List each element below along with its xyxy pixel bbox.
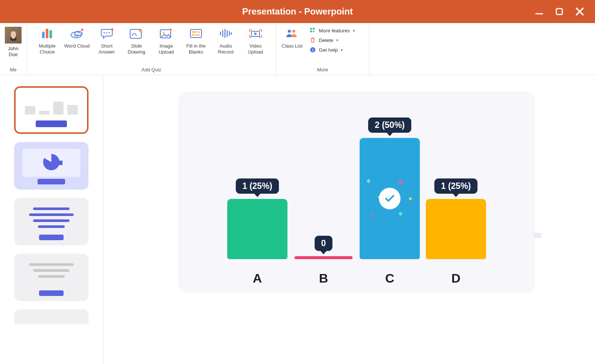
confetti-icon xyxy=(398,212,402,216)
close-icon xyxy=(575,7,585,16)
svg-rect-34 xyxy=(313,28,315,30)
slide-thumbnail-3[interactable] xyxy=(14,198,89,245)
close-button[interactable] xyxy=(575,7,585,16)
svg-rect-1 xyxy=(556,9,562,15)
window-controls xyxy=(535,0,595,23)
correct-answer-badge xyxy=(379,188,401,209)
bar-value-label-b: 0 xyxy=(315,236,333,251)
maximize-icon xyxy=(555,7,564,16)
video-upload-icon xyxy=(248,27,263,40)
ribbon: John Doe Me Multiple Choice Word Cloud xyxy=(0,23,595,75)
slide-thumbnail-1[interactable] xyxy=(14,86,89,134)
ribbon-label-more: More xyxy=(276,67,369,73)
video-upload-button[interactable]: Video Upload xyxy=(241,27,270,55)
minimize-icon xyxy=(535,7,544,16)
bar-a xyxy=(227,199,287,259)
confetti-icon: ✻ xyxy=(398,179,403,184)
maximize-button[interactable] xyxy=(555,7,564,16)
titlebar: Presentation - Powerpoint xyxy=(0,0,595,23)
window-title: Presentation - Powerpoint xyxy=(242,6,353,17)
image-upload-button[interactable]: Image Upload xyxy=(152,27,181,55)
bar-category-b: B xyxy=(319,271,328,286)
svg-text:i: i xyxy=(312,48,313,52)
bar-column-b: 0 B xyxy=(293,236,354,286)
workspace: 1 (25%) A 0 B 2 (50%) xyxy=(0,75,595,364)
results-bar-chart: 1 (25%) A 0 B 2 (50%) xyxy=(199,103,514,286)
slide-canvas[interactable]: 1 (25%) A 0 B 2 (50%) xyxy=(178,91,535,293)
scroll-handle[interactable] xyxy=(533,233,541,238)
bar-value-label-a: 1 (25%) xyxy=(236,178,279,194)
bar-category-a: A xyxy=(253,271,262,286)
svg-rect-22 xyxy=(192,34,195,36)
chevron-down-icon: ▾ xyxy=(341,48,343,52)
chevron-down-icon: ▾ xyxy=(336,38,338,43)
slide-thumbnail-5[interactable] xyxy=(14,309,89,324)
svg-rect-19 xyxy=(190,29,202,38)
image-upload-icon xyxy=(158,27,174,40)
more-features-button[interactable]: More features ▾ xyxy=(310,28,355,33)
svg-rect-35 xyxy=(310,30,312,32)
user-name: John Doe xyxy=(3,46,23,57)
word-cloud-button[interactable]: Word Cloud xyxy=(62,27,91,55)
grid-plus-icon xyxy=(310,28,316,33)
svg-rect-6 xyxy=(49,30,52,38)
more-features-label: More features xyxy=(319,28,350,33)
svg-rect-5 xyxy=(46,29,48,38)
bar-column-c: 2 (50%) ✻ ✦ C xyxy=(360,117,420,286)
svg-point-12 xyxy=(103,32,104,33)
confetti-icon: ✦ xyxy=(370,212,374,216)
delete-label: Delete xyxy=(319,38,333,43)
audio-record-icon xyxy=(218,27,234,40)
class-list-button[interactable]: Class List xyxy=(282,27,302,53)
confetti-icon xyxy=(366,179,370,183)
class-list-icon xyxy=(284,27,300,40)
svg-point-15 xyxy=(111,28,113,30)
chevron-down-icon: ▾ xyxy=(353,28,355,33)
short-answer-button[interactable]: Short Answer xyxy=(92,27,121,55)
slide-thumbnails-panel[interactable] xyxy=(0,75,103,364)
slide-drawing-button[interactable]: Slide Drawing xyxy=(122,27,151,55)
bar-d xyxy=(426,199,486,259)
bar-value-label-d: 1 (25%) xyxy=(434,178,478,194)
multiple-choice-icon xyxy=(39,27,55,40)
minimize-button[interactable] xyxy=(535,7,544,16)
info-icon: i xyxy=(310,47,316,53)
ribbon-group-me: John Doe Me xyxy=(0,23,27,75)
bar-category-d: D xyxy=(451,271,461,286)
bar-column-d: 1 (25%) D xyxy=(426,178,486,286)
bar-c: ✻ ✦ xyxy=(360,138,420,259)
audio-record-button[interactable]: Audio Record xyxy=(211,27,240,55)
word-cloud-icon xyxy=(69,27,85,40)
avatar[interactable] xyxy=(5,27,22,44)
delete-button[interactable]: Delete ▾ xyxy=(310,37,355,43)
canvas-area: 1 (25%) A 0 B 2 (50%) xyxy=(103,75,595,364)
short-answer-icon xyxy=(99,27,115,40)
svg-point-14 xyxy=(109,32,110,33)
get-help-button[interactable]: i Get help ▾ xyxy=(310,47,355,53)
svg-rect-33 xyxy=(310,28,312,30)
trash-icon xyxy=(310,37,316,43)
svg-point-9 xyxy=(81,29,83,31)
ribbon-group-add-quiz: Multiple Choice Word Cloud Short Answer … xyxy=(27,23,276,75)
fill-blanks-button[interactable]: Fill in the Blanks xyxy=(181,27,210,55)
svg-point-32 xyxy=(292,30,295,33)
ribbon-label-me: Me xyxy=(0,67,26,73)
ribbon-label-quiz: Add Quiz xyxy=(27,67,276,73)
checkmark-icon xyxy=(384,193,395,204)
bar-category-c: C xyxy=(385,271,395,286)
fill-blanks-icon xyxy=(188,27,204,40)
get-help-label: Get help xyxy=(319,47,338,53)
svg-point-13 xyxy=(106,32,107,33)
multiple-choice-button[interactable]: Multiple Choice xyxy=(33,27,62,55)
bar-column-a: 1 (25%) A xyxy=(227,178,287,286)
confetti-icon xyxy=(409,197,412,200)
svg-rect-20 xyxy=(192,31,196,33)
svg-point-31 xyxy=(288,30,291,33)
bar-b xyxy=(295,256,353,259)
svg-point-18 xyxy=(163,32,165,34)
svg-rect-4 xyxy=(42,32,45,38)
slide-thumbnail-4[interactable] xyxy=(14,254,89,301)
ribbon-group-more: Class List More features ▾ Delete ▾ i Ge… xyxy=(276,23,369,75)
slide-thumbnail-2[interactable] xyxy=(14,142,89,190)
bar-value-label-c: 2 (50%) xyxy=(368,117,412,133)
